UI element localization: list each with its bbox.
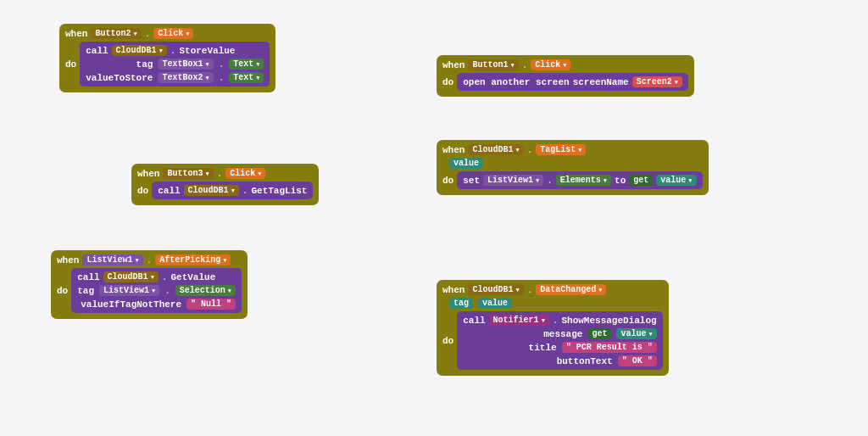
block3-container: when Button3 . Click do call CloudDB1 . … xyxy=(131,164,319,205)
block5-when-label: when xyxy=(57,255,79,266)
block6-title-label: title xyxy=(529,343,557,353)
block4-do-row: do set ListView1 . Elements to get value xyxy=(442,171,703,189)
block3-inner: call CloudDB1 . GetTagList xyxy=(152,182,313,199)
block2-inner: open another screen screenName Screen2 xyxy=(457,73,688,91)
block2-do-row: do open another screen screenName Screen… xyxy=(442,73,688,91)
block6-call-label: call xyxy=(463,316,485,326)
block2-screen2-pill[interactable]: Screen2 xyxy=(632,76,682,87)
block5-inner: call CloudDB1 . GetValue tag ListView1 .… xyxy=(71,268,242,313)
block1-click-pill[interactable]: Click xyxy=(153,28,193,39)
block3-button3-pill[interactable]: Button3 xyxy=(163,168,213,179)
block5-outer: when ListView1 . AfterPicking do call Cl… xyxy=(51,250,248,319)
block6-container: when CloudDB1 . DataChanged tag value do… xyxy=(437,280,669,376)
block4-when-label: when xyxy=(442,145,465,155)
block5-when-row: when ListView1 . AfterPicking xyxy=(57,254,242,266)
block1-valueToStore-row: valueToStore TextBox2 . Text xyxy=(86,72,264,83)
block2-click-pill[interactable]: Click xyxy=(531,59,570,70)
block3-clouddb1-pill[interactable]: CloudDB1 xyxy=(184,185,239,196)
block4-taglist-pill[interactable]: TagList xyxy=(536,144,586,155)
block4-outer: when CloudDB1 . TagList value do set Lis… xyxy=(437,140,709,195)
block6-params-row: tag value xyxy=(449,298,663,309)
block5-getvalue-label: GetValue xyxy=(170,272,215,282)
block4-clouddb1-pill[interactable]: CloudDB1 xyxy=(468,144,523,155)
block6-buttonText-value: " OK " xyxy=(618,355,657,366)
block5-do-label: do xyxy=(57,286,68,296)
block4-param-row: value xyxy=(449,158,703,169)
block2-outer: when Button1 . Click do open another scr… xyxy=(437,55,694,97)
block6-outer: when CloudDB1 . DataChanged tag value do… xyxy=(437,280,669,376)
block1-storevalue-label: StoreValue xyxy=(179,46,235,56)
block4-container: when CloudDB1 . TagList value do set Lis… xyxy=(437,140,709,195)
block1-call-label: call xyxy=(86,46,108,56)
block3-do-label: do xyxy=(137,186,148,196)
block4-when-row: when CloudDB1 . TagList xyxy=(442,144,703,155)
block1-button2-pill[interactable]: Button2 xyxy=(91,28,141,39)
block6-do-label: do xyxy=(442,336,453,346)
block1-textbox2-pill[interactable]: TextBox2 xyxy=(158,72,213,83)
block3-gettaglist-label: GetTagList xyxy=(251,186,307,196)
block6-notifier1-pill[interactable]: Notifier1 xyxy=(489,315,549,326)
block4-inner: set ListView1 . Elements to get value xyxy=(457,171,702,189)
block4-set-label: set xyxy=(463,176,480,186)
block2-when-row: when Button1 . Click xyxy=(442,59,688,70)
block6-title-row: title " PCR Result is " xyxy=(463,342,656,353)
block6-call-row: call Notifier1 . ShowMessageDialog xyxy=(463,315,656,326)
block5-valueIfTagNotThere-label: valueIfTagNotThere xyxy=(81,299,181,310)
block6-message-label: message xyxy=(543,329,582,339)
block4-listview1-pill[interactable]: ListView1 xyxy=(483,175,543,186)
block6-showmessage-label: ShowMessageDialog xyxy=(561,316,656,326)
block3-when-label: when xyxy=(137,169,159,179)
block6-title-value: " PCR Result is " xyxy=(562,342,657,353)
block1-text-pill[interactable]: Text xyxy=(229,59,264,70)
block5-selection-pill[interactable]: Selection xyxy=(175,285,236,296)
block1-valueToStore-label: valueToStore xyxy=(86,73,153,83)
block1-tag-label: tag xyxy=(136,59,153,70)
block1-clouddb1-pill[interactable]: CloudDB1 xyxy=(112,45,167,56)
block2-container: when Button1 . Click do open another scr… xyxy=(437,55,694,97)
block3-click-pill[interactable]: Click xyxy=(225,168,265,179)
block1-do-row: do call CloudDB1 . StoreValue tag TextBo… xyxy=(65,42,270,87)
block5-listview1-pill[interactable]: ListView1 xyxy=(82,254,142,266)
block4-elements-pill[interactable]: Elements xyxy=(556,175,611,186)
block6-value-param: value xyxy=(478,298,512,309)
block4-value-param: value xyxy=(449,158,483,169)
block5-call-label: call xyxy=(77,272,99,282)
block3-do-row: do call CloudDB1 . GetTagList xyxy=(137,182,313,199)
block6-get-value-pill[interactable]: value xyxy=(616,328,656,339)
block5-tag-row: tag ListView1 . Selection xyxy=(77,285,236,296)
block6-get-label: get xyxy=(587,328,611,339)
block6-do-row: do call Notifier1 . ShowMessageDialog me… xyxy=(442,311,663,370)
block6-buttonText-label: buttonText xyxy=(557,356,613,366)
block1-call-row: call CloudDB1 . StoreValue xyxy=(86,45,264,56)
block4-get-label: get xyxy=(629,175,653,186)
block3-call-label: call xyxy=(158,186,180,196)
block2-do-label: do xyxy=(442,77,453,87)
block1-container: when Button2 . Click do call CloudDB1 . … xyxy=(59,24,275,92)
block6-inner: call Notifier1 . ShowMessageDialog messa… xyxy=(457,311,662,370)
block5-do-row: do call CloudDB1 . GetValue tag ListView… xyxy=(57,268,242,313)
block1-do-label: do xyxy=(65,59,76,70)
block5-listview1-tag-pill[interactable]: ListView1 xyxy=(99,285,159,296)
block6-buttonText-row: buttonText " OK " xyxy=(463,355,656,366)
block1-outer: when Button2 . Click do call CloudDB1 . … xyxy=(59,24,275,92)
block1-when-row: when Button2 . Click xyxy=(65,28,270,39)
block6-tag-param: tag xyxy=(449,298,473,309)
block1-tag-row: tag TextBox1 . Text xyxy=(86,59,264,70)
block6-when-row: when CloudDB1 . DataChanged xyxy=(442,284,663,295)
block1-text2-pill[interactable]: Text xyxy=(229,72,264,83)
block4-do-label: do xyxy=(442,176,453,186)
block6-datachanged-pill[interactable]: DataChanged xyxy=(536,284,606,295)
block3-outer: when Button3 . Click do call CloudDB1 . … xyxy=(131,164,319,205)
block1-textbox1-pill[interactable]: TextBox1 xyxy=(158,59,213,70)
block5-afterpicking-pill[interactable]: AfterPicking xyxy=(155,254,231,266)
block5-clouddb1-pill[interactable]: CloudDB1 xyxy=(103,271,159,282)
block4-get-value-pill[interactable]: value xyxy=(656,175,696,186)
block2-when-label: when xyxy=(442,60,465,70)
block2-button1-pill[interactable]: Button1 xyxy=(468,59,518,70)
block4-to-label: to xyxy=(615,176,626,186)
block6-clouddb1-pill[interactable]: CloudDB1 xyxy=(468,284,523,295)
block5-null-pill: " Null " xyxy=(186,299,236,310)
block1-inner: call CloudDB1 . StoreValue tag TextBox1 … xyxy=(80,42,270,87)
block3-when-row: when Button3 . Click xyxy=(137,168,313,179)
block5-call-row: call CloudDB1 . GetValue xyxy=(77,271,236,282)
